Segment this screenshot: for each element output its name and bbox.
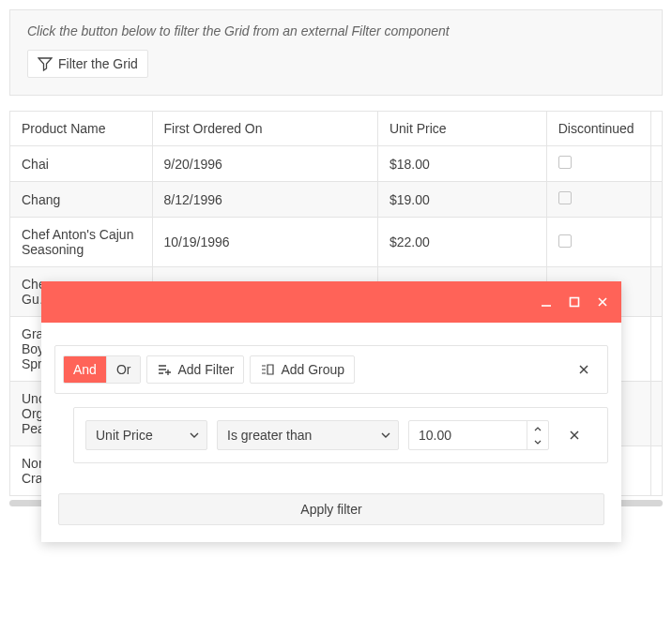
spinner-down[interactable] — [527, 435, 548, 449]
checkbox[interactable] — [558, 191, 572, 204]
table-row: Chef Anton's Cajun Seasoning 10/19/1996 … — [10, 218, 663, 267]
caret-down-icon — [190, 428, 199, 443]
spinner-buttons — [527, 421, 548, 449]
cell-price: $18.00 — [377, 146, 546, 182]
hint-text: Click the button below to filter the Gri… — [27, 23, 645, 38]
grid-header-row: Product Name First Ordered On Unit Price… — [10, 112, 663, 146]
filter-toolbar: And Or Add Filter Add Group — [54, 345, 608, 394]
checkbox[interactable] — [558, 234, 572, 248]
checkbox[interactable] — [558, 156, 572, 169]
filter-icon — [38, 56, 53, 71]
window-titlebar — [41, 281, 621, 323]
operator-dropdown[interactable]: Is greater than — [217, 420, 399, 450]
minimize-button[interactable] — [539, 294, 554, 310]
field-dropdown[interactable]: Unit Price — [85, 420, 207, 450]
apply-filter-button[interactable]: Apply filter — [58, 493, 604, 516]
table-row: Chai 9/20/1996 $18.00 — [10, 146, 663, 182]
remove-group-button[interactable] — [568, 354, 600, 385]
maximize-button[interactable] — [567, 294, 582, 310]
logic-toggle: And Or — [63, 355, 141, 384]
svg-rect-1 — [571, 298, 579, 307]
caret-down-icon — [381, 428, 390, 443]
table-row: Chang 8/12/1996 $19.00 — [10, 182, 663, 218]
value-numeric-input[interactable]: 10.00 — [408, 420, 549, 450]
filter-window: And Or Add Filter Add Group — [41, 281, 621, 516]
operator-dropdown-value: Is greater than — [227, 428, 312, 443]
cell-disc — [546, 182, 650, 218]
cell-name: Chef Anton's Cajun Seasoning — [10, 218, 153, 267]
col-header[interactable]: Product Name — [10, 112, 153, 146]
or-button[interactable]: Or — [106, 356, 141, 383]
col-header[interactable]: Unit Price — [377, 112, 546, 146]
add-group-icon — [260, 362, 275, 377]
add-group-button[interactable]: Add Group — [250, 355, 355, 384]
cell-name: Chai — [10, 146, 153, 182]
cell-price: $22.00 — [377, 218, 546, 267]
add-filter-label: Add Filter — [177, 362, 234, 377]
cell-name: Chang — [10, 182, 153, 218]
and-button[interactable]: And — [64, 356, 106, 383]
filter-grid-label: Filter the Grid — [58, 56, 138, 71]
cell-price: $19.00 — [377, 182, 546, 218]
info-card: Click the button below to filter the Gri… — [9, 9, 663, 96]
col-header[interactable]: First Ordered On — [152, 112, 377, 146]
close-window-button[interactable] — [595, 294, 610, 310]
cell-date: 8/12/1996 — [152, 182, 377, 218]
filter-expression-row: Unit Price Is greater than 10.00 — [73, 407, 608, 463]
col-header-extra — [650, 112, 662, 146]
value-text: 10.00 — [419, 428, 527, 443]
add-filter-icon — [157, 362, 172, 377]
field-dropdown-value: Unit Price — [96, 428, 153, 443]
cell-date: 10/19/1996 — [152, 218, 377, 267]
window-body: And Or Add Filter Add Group — [41, 323, 621, 516]
filter-grid-button[interactable]: Filter the Grid — [27, 50, 148, 78]
col-header[interactable]: Discontinued — [546, 112, 650, 146]
cell-disc — [546, 218, 650, 267]
add-group-label: Add Group — [281, 362, 344, 377]
cell-disc — [546, 146, 650, 182]
spinner-up[interactable] — [527, 421, 548, 435]
cell-date: 9/20/1996 — [152, 146, 377, 182]
add-filter-button[interactable]: Add Filter — [146, 355, 244, 384]
remove-filter-button[interactable] — [558, 419, 590, 451]
